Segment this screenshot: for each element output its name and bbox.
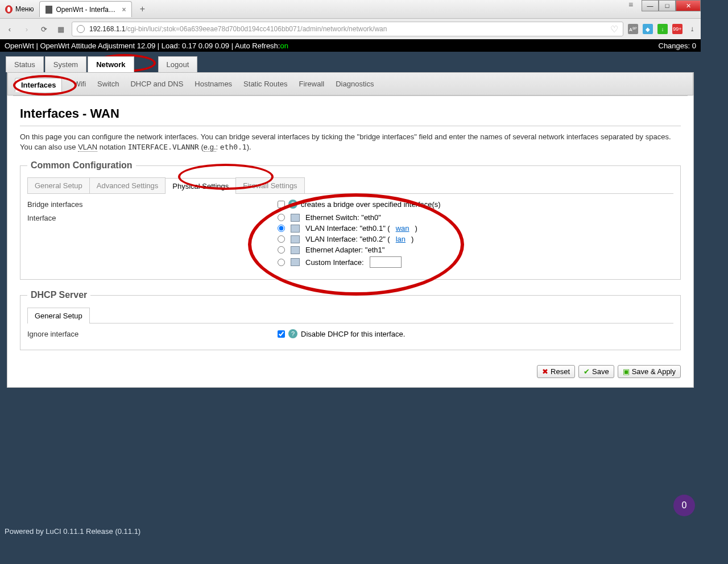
network-device-icon: [291, 258, 300, 266]
interface-radio-label: Ethernet Switch: "eth0": [305, 213, 381, 222]
ignore-row: Ignore interface ? Disable DHCP for this…: [27, 329, 673, 338]
download-icon[interactable]: ↓: [657, 24, 668, 34]
interface-radio-row: VLAN Interface: "eth0.2" (lan): [278, 235, 417, 243]
inner-tab-firewall-settings[interactable]: Firewall Settings: [235, 177, 304, 193]
interface-radio[interactable]: [278, 246, 285, 254]
ignore-checkbox[interactable]: [278, 330, 285, 338]
save-apply-button[interactable]: ▣Save & Apply: [618, 365, 681, 378]
ignore-control: ? Disable DHCP for this interface.: [278, 329, 673, 338]
network-device-icon: [291, 235, 300, 243]
inner-tab-physical-settings[interactable]: Physical Settings: [165, 178, 236, 194]
bridge-checkbox[interactable]: [278, 201, 285, 208]
floating-counter-badge[interactable]: 0: [673, 495, 695, 516]
bridge-hint: creates a bridge over specified interfac…: [301, 200, 441, 209]
interface-radio-label: VLAN Interface: "eth0.2" (: [305, 235, 390, 243]
sub-tab-interfaces[interactable]: Interfaces: [15, 78, 62, 92]
interface-link[interactable]: lan: [396, 235, 406, 243]
address-bar-row: ‹ › ⟳ ▦ 192.168.1.1/cgi-bin/luci/;stok=0…: [0, 19, 701, 39]
sub-tab-static-routes[interactable]: Static Routes: [243, 80, 287, 92]
main-tab-system[interactable]: System: [45, 56, 86, 72]
bridge-control: ? creates a bridge over specified interf…: [278, 200, 673, 209]
interface-radio-row: VLAN Interface: "eth0.1" (wan): [278, 224, 417, 233]
network-device-icon: [291, 225, 300, 233]
help-icon[interactable]: ?: [288, 200, 297, 209]
speed-dial-button[interactable]: ▦: [55, 23, 67, 35]
reload-button[interactable]: ⟳: [38, 23, 50, 35]
content: Interfaces - WAN On this page you can co…: [13, 96, 688, 387]
interface-radio[interactable]: [278, 259, 285, 266]
sub-tab-hostnames[interactable]: Hostnames: [195, 80, 232, 92]
browser-chrome: Меню OpenWrt - Interfaces - Lu × + ≡ — □…: [0, 0, 701, 39]
page-panel: InterfacesWifiSwitchDHCP and DNSHostname…: [7, 72, 694, 388]
save-button[interactable]: ✔Save: [578, 365, 614, 378]
window-maximize-button[interactable]: □: [659, 0, 676, 11]
sub-tabs: InterfacesWifiSwitchDHCP and DNSHostname…: [8, 76, 693, 95]
changes-counter[interactable]: Changes: 0: [659, 42, 697, 50]
interface-radio-row: Ethernet Switch: "eth0": [278, 213, 417, 222]
bridge-label: Bridge interfaces: [27, 200, 278, 209]
interface-radio[interactable]: [278, 235, 285, 243]
panel-menu-icon[interactable]: ≡: [624, 0, 637, 11]
window-minimize-button[interactable]: —: [642, 0, 659, 11]
browser-tab[interactable]: OpenWrt - Interfaces - Lu ×: [39, 1, 132, 17]
common-config-fieldset: Common Configuration General SetupAdvanc…: [20, 160, 681, 280]
svg-point-1: [7, 7, 10, 12]
sub-tab-firewall[interactable]: Firewall: [299, 80, 324, 92]
extension-a-icon[interactable]: ◆: [643, 24, 653, 34]
bridge-row: Bridge interfaces ? creates a bridge ove…: [27, 200, 673, 209]
page-file-icon: [46, 6, 52, 14]
main-tabs: StatusSystemNetworkLogout: [0, 52, 701, 72]
opera-logo-icon: [5, 5, 13, 14]
network-device-icon: [291, 246, 300, 254]
toolbar-icons: ᴀᴮᴾ ◆ ↓ 99+ ⤓: [628, 24, 697, 34]
site-info-icon[interactable]: [77, 25, 85, 33]
interface-radio-label: Custom Interface:: [305, 258, 364, 267]
dhcp-inner-tabs: General Setup: [27, 307, 673, 324]
sub-tab-switch[interactable]: Switch: [97, 80, 119, 92]
apply-ok-icon: ▣: [623, 367, 630, 376]
sub-tab-wifi[interactable]: Wifi: [73, 80, 86, 92]
interface-link[interactable]: wan: [396, 224, 410, 233]
header-text: OpenWrt | OpenWrt Attitude Adjustment 12…: [5, 42, 280, 50]
interface-radio-label: Ethernet Adapter: "eth1": [305, 246, 384, 254]
forward-button[interactable]: ›: [20, 23, 33, 35]
abp-icon[interactable]: ᴀᴮᴾ: [628, 24, 638, 34]
main-tab-logout[interactable]: Logout: [158, 56, 198, 72]
save-ok-icon: ✔: [584, 367, 590, 376]
reset-button[interactable]: ✖Reset: [537, 365, 575, 378]
page-title: Interfaces - WAN: [20, 106, 681, 121]
downloads-arrow-icon[interactable]: ⤓: [687, 24, 697, 34]
badge-99-icon[interactable]: 99+: [672, 24, 682, 34]
inner-tab-advanced-settings[interactable]: Advanced Settings: [89, 177, 166, 193]
tab-title: OpenWrt - Interfaces - Lu: [56, 6, 118, 14]
tab-close-icon[interactable]: ×: [122, 6, 126, 14]
sub-tab-diagnostics[interactable]: Diagnostics: [336, 80, 374, 92]
opera-menu-label[interactable]: Меню: [15, 5, 34, 13]
inner-tab-general-setup[interactable]: General Setup: [27, 177, 90, 193]
sub-tab-dhcp-and-dns[interactable]: DHCP and DNS: [130, 80, 183, 92]
window-close-button[interactable]: ✕: [676, 0, 701, 11]
openwrt-header: OpenWrt | OpenWrt Attitude Adjustment 12…: [0, 39, 701, 52]
sub-tabs-bar: InterfacesWifiSwitchDHCP and DNSHostname…: [7, 72, 693, 96]
window-controls: ≡ — □ ✕: [624, 0, 701, 11]
interface-radio-label: VLAN Interface: "eth0.1" (: [305, 224, 390, 233]
help-icon[interactable]: ?: [288, 329, 297, 338]
new-tab-button[interactable]: +: [135, 4, 149, 14]
action-buttons: ✖Reset ✔Save ▣Save & Apply: [20, 360, 681, 380]
custom-interface-input[interactable]: [370, 256, 402, 268]
bookmark-heart-icon[interactable]: ♡: [610, 24, 618, 35]
back-button[interactable]: ‹: [3, 23, 16, 35]
footer-text: Powered by LuCI 0.11.1 Release (0.11.1): [5, 527, 140, 536]
dhcp-legend: DHCP Server: [27, 290, 90, 300]
address-bar[interactable]: 192.168.1.1/cgi-bin/luci/;stok=06a639eea…: [72, 22, 623, 36]
interface-radio[interactable]: [278, 214, 285, 221]
interface-control: Ethernet Switch: "eth0"VLAN Interface: "…: [278, 213, 673, 268]
interface-radio-row: Custom Interface:: [278, 256, 417, 268]
interface-radio[interactable]: [278, 225, 285, 232]
network-device-icon: [291, 214, 300, 222]
main-tab-network[interactable]: Network: [88, 56, 134, 72]
main-tab-status[interactable]: Status: [6, 56, 44, 72]
url-text: 192.168.1.1/cgi-bin/luci/;stok=06a639eea…: [89, 25, 606, 33]
interface-row: Interface Ethernet Switch: "eth0"VLAN In…: [27, 213, 673, 268]
dhcp-tab-general[interactable]: General Setup: [27, 308, 90, 324]
